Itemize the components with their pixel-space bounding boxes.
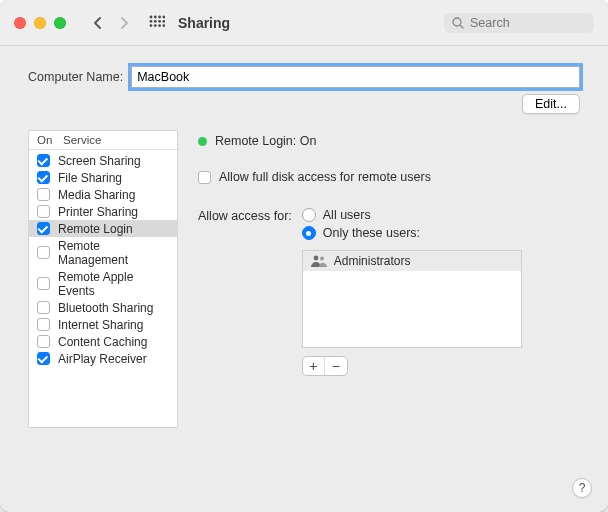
svg-point-9 [154, 24, 157, 27]
svg-point-7 [163, 19, 166, 22]
svg-line-13 [460, 25, 463, 28]
service-checkbox[interactable] [37, 335, 50, 348]
service-checkbox[interactable] [37, 171, 50, 184]
service-label: Remote Apple Events [58, 270, 169, 298]
sharing-preferences-window: Sharing Computer Name: Edit... On Servic… [0, 0, 608, 512]
svg-point-2 [158, 15, 161, 18]
search-icon [452, 17, 464, 29]
services-header-on: On [37, 134, 63, 146]
search-field[interactable] [444, 13, 594, 33]
access-label: Allow access for: [198, 208, 292, 376]
radio-all-users-label: All users [323, 208, 371, 222]
access-all-users[interactable]: All users [302, 208, 522, 222]
service-row[interactable]: Bluetooth Sharing [29, 299, 177, 316]
service-label: Media Sharing [58, 188, 135, 202]
service-row[interactable]: Screen Sharing [29, 152, 177, 169]
service-label: Content Caching [58, 335, 147, 349]
window-title: Sharing [178, 15, 230, 31]
service-label: Internet Sharing [58, 318, 143, 332]
group-icon [311, 255, 327, 267]
window-controls [14, 17, 66, 29]
allow-full-disk-checkbox[interactable] [198, 171, 211, 184]
forward-button[interactable] [114, 13, 134, 33]
service-label: Remote Management [58, 239, 169, 267]
user-label: Administrators [334, 254, 411, 268]
svg-point-5 [154, 19, 157, 22]
computer-name-label: Computer Name: [28, 70, 123, 84]
service-checkbox[interactable] [37, 277, 50, 290]
svg-point-11 [163, 24, 166, 27]
svg-point-8 [150, 24, 153, 27]
services-header: On Service [29, 131, 177, 150]
computer-name-input[interactable] [131, 66, 580, 88]
service-label: File Sharing [58, 171, 122, 185]
service-checkbox[interactable] [37, 222, 50, 235]
service-row[interactable]: File Sharing [29, 169, 177, 186]
service-label: Bluetooth Sharing [58, 301, 153, 315]
service-row[interactable]: Internet Sharing [29, 316, 177, 333]
zoom-window-button[interactable] [54, 17, 66, 29]
radio-only-these-label: Only these users: [323, 226, 420, 240]
computer-name-row: Computer Name: [28, 66, 580, 88]
services-table: On Service Screen SharingFile SharingMed… [28, 130, 178, 428]
service-row[interactable]: AirPlay Receiver [29, 350, 177, 367]
svg-point-1 [154, 15, 157, 18]
show-all-icon[interactable] [148, 14, 166, 32]
svg-point-3 [163, 15, 166, 18]
columns: On Service Screen SharingFile SharingMed… [28, 130, 580, 428]
status-indicator-icon [198, 137, 207, 146]
remove-user-button[interactable]: − [325, 357, 347, 375]
allow-full-disk-row[interactable]: Allow full disk access for remote users [198, 170, 580, 184]
radio-only-these[interactable] [302, 226, 316, 240]
service-label: Printer Sharing [58, 205, 138, 219]
service-checkbox[interactable] [37, 301, 50, 314]
service-row[interactable]: Remote Management [29, 237, 177, 268]
service-detail: Remote Login: On Allow full disk access … [198, 130, 580, 376]
svg-point-15 [320, 256, 324, 260]
service-row[interactable]: Remote Apple Events [29, 268, 177, 299]
access-row: Allow access for: All users Only these u… [198, 208, 580, 376]
service-label: Remote Login [58, 222, 133, 236]
status-label: Remote Login: On [215, 134, 316, 148]
user-list[interactable]: Administrators [302, 250, 522, 348]
service-row[interactable]: Media Sharing [29, 186, 177, 203]
search-input[interactable] [470, 16, 586, 30]
svg-point-4 [150, 19, 153, 22]
svg-point-0 [150, 15, 153, 18]
services-header-service: Service [63, 134, 101, 146]
access-radio-group: All users Only these users: Administrato… [302, 208, 522, 376]
body: Computer Name: Edit... On Service Screen… [0, 46, 608, 512]
access-only-these[interactable]: Only these users: [302, 226, 522, 240]
service-checkbox[interactable] [37, 188, 50, 201]
service-checkbox[interactable] [37, 352, 50, 365]
service-row[interactable]: Remote Login [29, 220, 177, 237]
service-label: AirPlay Receiver [58, 352, 147, 366]
service-checkbox[interactable] [37, 205, 50, 218]
nav-buttons [88, 13, 134, 33]
service-checkbox[interactable] [37, 318, 50, 331]
svg-point-6 [158, 19, 161, 22]
add-user-button[interactable]: + [303, 357, 325, 375]
close-window-button[interactable] [14, 17, 26, 29]
user-stepper: + − [302, 356, 348, 376]
user-row[interactable]: Administrators [303, 251, 521, 271]
svg-point-10 [158, 24, 161, 27]
allow-full-disk-label: Allow full disk access for remote users [219, 170, 431, 184]
titlebar: Sharing [0, 0, 608, 46]
minimize-window-button[interactable] [34, 17, 46, 29]
radio-all-users[interactable] [302, 208, 316, 222]
service-checkbox[interactable] [37, 154, 50, 167]
edit-button[interactable]: Edit... [522, 94, 580, 114]
help-button[interactable]: ? [572, 478, 592, 498]
user-list-controls: + − [302, 356, 522, 376]
services-list: Screen SharingFile SharingMedia SharingP… [29, 150, 177, 427]
service-checkbox[interactable] [37, 246, 50, 259]
service-label: Screen Sharing [58, 154, 141, 168]
back-button[interactable] [88, 13, 108, 33]
service-row[interactable]: Printer Sharing [29, 203, 177, 220]
status-row: Remote Login: On [198, 130, 580, 148]
svg-point-14 [313, 256, 318, 261]
service-row[interactable]: Content Caching [29, 333, 177, 350]
